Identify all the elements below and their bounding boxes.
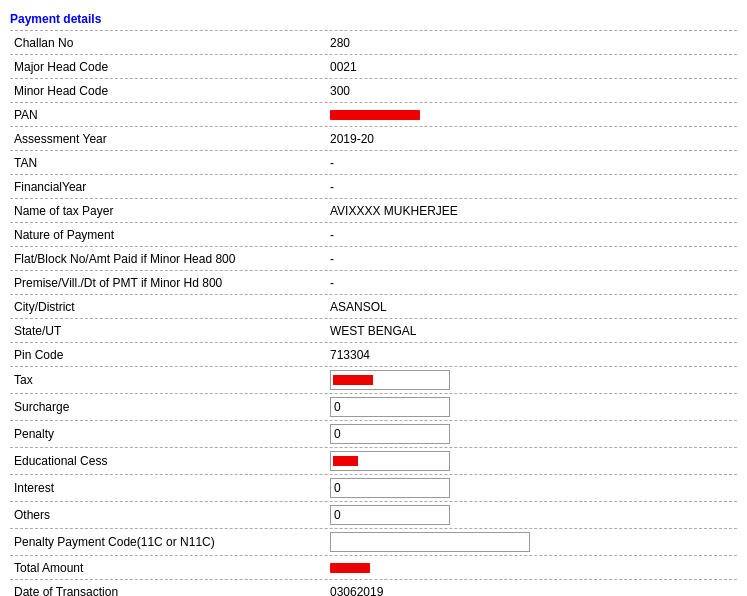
row-label: Others	[10, 508, 330, 522]
table-row: Tax	[10, 367, 737, 394]
table-row: Flat/Block No/Amt Paid if Minor Head 800…	[10, 247, 737, 271]
table-row: Educational Cess	[10, 448, 737, 475]
table-row: PAN	[10, 103, 737, 127]
table-row: Surcharge	[10, 394, 737, 421]
row-label: Surcharge	[10, 400, 330, 414]
table-row: TAN-	[10, 151, 737, 175]
value-input[interactable]	[330, 478, 450, 498]
table-row: Nature of Payment-	[10, 223, 737, 247]
table-row: Assessment Year2019-20	[10, 127, 737, 151]
row-label: Penalty	[10, 427, 330, 441]
row-label: Total Amount	[10, 561, 330, 575]
row-label: Date of Transaction	[10, 585, 330, 597]
row-label: PAN	[10, 108, 330, 122]
value-input[interactable]	[330, 397, 450, 417]
row-value[interactable]	[330, 397, 737, 417]
value-input[interactable]	[330, 505, 450, 525]
redacted-value	[330, 110, 420, 120]
table-row: Interest	[10, 475, 737, 502]
row-value: AVIXXXX MUKHERJEE	[330, 204, 737, 218]
row-label: Premise/Vill./Dt of PMT if Minor Hd 800	[10, 276, 330, 290]
row-label: Educational Cess	[10, 454, 330, 468]
row-value[interactable]	[330, 478, 737, 498]
row-label: Assessment Year	[10, 132, 330, 146]
section-title: Payment details	[10, 8, 737, 31]
row-label: Minor Head Code	[10, 84, 330, 98]
table-row: Date of Transaction03062019	[10, 580, 737, 596]
table-row: Premise/Vill./Dt of PMT if Minor Hd 800-	[10, 271, 737, 295]
row-value[interactable]	[330, 424, 737, 444]
row-value	[330, 108, 737, 122]
table-row: Minor Head Code300	[10, 79, 737, 103]
row-value	[330, 561, 737, 575]
row-value: 713304	[330, 348, 737, 362]
table-row: State/UTWEST BENGAL	[10, 319, 737, 343]
row-value: -	[330, 180, 737, 194]
row-value: WEST BENGAL	[330, 324, 737, 338]
row-value: -	[330, 228, 737, 242]
table-row: City/DistrictASANSOL	[10, 295, 737, 319]
payment-details-container: Payment details Challan No280Major Head …	[0, 0, 747, 596]
row-value: 03062019	[330, 585, 737, 597]
table-row: Name of tax PayerAVIXXXX MUKHERJEE	[10, 199, 737, 223]
table-row: Penalty	[10, 421, 737, 448]
row-value: ASANSOL	[330, 300, 737, 314]
row-value: -	[330, 252, 737, 266]
row-label: Name of tax Payer	[10, 204, 330, 218]
row-value: -	[330, 156, 737, 170]
table-row: Penalty Payment Code(11C or N11C)	[10, 529, 737, 556]
table-row: Total Amount	[10, 556, 737, 580]
row-label: TAN	[10, 156, 330, 170]
value-input[interactable]	[330, 532, 530, 552]
table-row: Others	[10, 502, 737, 529]
row-label: City/District	[10, 300, 330, 314]
row-label: Tax	[10, 373, 330, 387]
row-value: 280	[330, 36, 737, 50]
row-label: Challan No	[10, 36, 330, 50]
row-value[interactable]	[330, 451, 737, 471]
table-row: Major Head Code0021	[10, 55, 737, 79]
row-value[interactable]	[330, 505, 737, 525]
row-value[interactable]	[330, 532, 737, 552]
row-label: FinancialYear	[10, 180, 330, 194]
table-row: FinancialYear-	[10, 175, 737, 199]
row-label: Penalty Payment Code(11C or N11C)	[10, 535, 330, 549]
row-label: Flat/Block No/Amt Paid if Minor Head 800	[10, 252, 330, 266]
table-row: Pin Code713304	[10, 343, 737, 367]
row-value: 300	[330, 84, 737, 98]
table-row: Challan No280	[10, 31, 737, 55]
row-value[interactable]	[330, 370, 737, 390]
row-label: Interest	[10, 481, 330, 495]
row-value: 2019-20	[330, 132, 737, 146]
row-label: Nature of Payment	[10, 228, 330, 242]
row-label: Major Head Code	[10, 60, 330, 74]
row-label: State/UT	[10, 324, 330, 338]
redacted-value	[330, 563, 370, 573]
row-label: Pin Code	[10, 348, 330, 362]
row-value: -	[330, 276, 737, 290]
row-value: 0021	[330, 60, 737, 74]
value-input[interactable]	[330, 451, 450, 471]
value-input[interactable]	[330, 370, 450, 390]
value-input[interactable]	[330, 424, 450, 444]
